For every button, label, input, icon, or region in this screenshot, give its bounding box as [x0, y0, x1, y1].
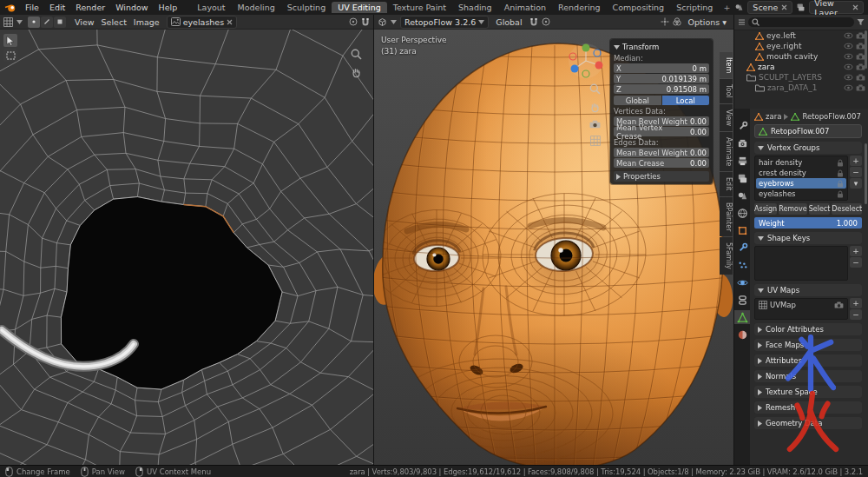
view-layer-selector[interactable]: View Layer	[809, 1, 864, 14]
orientation-selector[interactable]: Global	[492, 17, 525, 27]
vertex-group-hair-density[interactable]: hair density	[756, 157, 846, 168]
panel-face-maps[interactable]: Face Maps	[754, 339, 862, 351]
edge-mean-bevel-weight-field[interactable]: Mean Bevel Weight0.00	[614, 148, 709, 157]
n-panel-tab-tool[interactable]: Tool	[720, 79, 733, 103]
workspace-tab-rendering[interactable]: Rendering	[552, 2, 607, 13]
panel-geometry-data[interactable]: Geometry Data	[754, 417, 862, 429]
uv-menu-select[interactable]: Select	[98, 17, 130, 27]
hide-in-viewport-icon[interactable]	[844, 74, 853, 81]
hide-in-viewport-icon[interactable]	[844, 32, 853, 39]
vertex-group-crest-density[interactable]: crest density	[756, 168, 846, 178]
hide-in-viewport-icon[interactable]	[844, 43, 853, 50]
properties-tab-output[interactable]	[734, 154, 750, 168]
uv-canvas[interactable]	[0, 30, 373, 465]
add-shape-key-button[interactable]: +	[850, 246, 862, 256]
shape-keys-panel-header[interactable]: Shape Keys	[754, 232, 862, 244]
breadcrumb-object[interactable]: zara	[766, 112, 781, 121]
show-gizmo-icon[interactable]	[661, 17, 669, 26]
uv-menu-view[interactable]: View	[71, 17, 98, 27]
overlays-icon[interactable]	[673, 17, 681, 26]
median-z-field[interactable]: Z0.91508 m	[614, 84, 709, 94]
median-y-field[interactable]: Y0.019139 m	[614, 74, 709, 83]
properties-tab-modifiers[interactable]	[734, 241, 750, 255]
outliner-item-zara[interactable]: zara	[734, 62, 868, 72]
workspace-tab-scripting[interactable]: Scripting	[670, 2, 719, 13]
outliner-item-sculpt-layers[interactable]: SCULPT_LAYERS	[734, 72, 868, 83]
uv-zoom-icon[interactable]	[351, 49, 362, 60]
scene-selector[interactable]: Scene	[747, 1, 792, 14]
viewport-options-menu[interactable]: Options ▾	[685, 17, 730, 27]
properties-tab-material[interactable]	[734, 328, 750, 341]
menu-window[interactable]: Window	[110, 2, 153, 13]
vertex-group-eyebrows[interactable]: eyebrows	[756, 178, 846, 189]
lock-icon[interactable]	[837, 169, 844, 177]
vertex-group-specials-button[interactable]: ▾	[850, 178, 862, 189]
remove-view-layer-icon[interactable]	[852, 4, 858, 10]
properties-panel-header[interactable]: Properties	[614, 171, 709, 182]
viewport-zoom-icon[interactable]	[589, 83, 601, 95]
uv-map-uvmap[interactable]: UVMap	[756, 300, 846, 310]
properties-tab-particles[interactable]	[734, 258, 750, 272]
local-button[interactable]: Local	[662, 96, 710, 105]
workspace-tab-shading[interactable]: Shading	[452, 2, 498, 13]
uv-snap-magnet-icon[interactable]	[361, 17, 370, 27]
viewport-ortho-grid-icon[interactable]	[590, 136, 601, 146]
remove-uv-map-button[interactable]: −	[850, 309, 862, 320]
outliner-scrollbar[interactable]	[865, 30, 867, 69]
viewport-editor-type-icon[interactable]	[378, 17, 387, 27]
assign-button[interactable]: Assign	[754, 203, 777, 215]
uv-face-select-button[interactable]	[54, 17, 66, 28]
panel-normals[interactable]: Normals	[754, 370, 862, 382]
outliner-filter-icon[interactable]	[857, 18, 865, 26]
workspace-tab-animation[interactable]: Animation	[498, 2, 552, 13]
snap-magnet-icon[interactable]	[529, 17, 538, 27]
workspace-tab-modeling[interactable]: Modeling	[232, 2, 281, 13]
uv-maps-panel-header[interactable]: UV Maps	[754, 284, 862, 296]
hide-in-viewport-icon[interactable]	[844, 63, 853, 70]
n-panel-tab-animate[interactable]: Animate	[720, 132, 733, 172]
properties-tab-scene[interactable]	[734, 189, 750, 202]
n-panel-tab-view[interactable]: View	[720, 104, 733, 131]
mesh-name-field[interactable]: RetopoFlow.007	[754, 124, 862, 138]
properties-scrollbar[interactable]	[865, 143, 867, 204]
median-x-field[interactable]: X0 m	[614, 63, 709, 73]
select-button[interactable]: Select	[809, 203, 831, 215]
transform-panel-header[interactable]: Transform	[614, 42, 709, 52]
uv-pan-hand-icon[interactable]	[351, 67, 362, 78]
vertex-group-eyelashes[interactable]: eyelashes	[756, 189, 846, 199]
deselect-button[interactable]: Deselect	[832, 203, 862, 215]
n-panel-tab-item[interactable]: Item	[720, 52, 733, 78]
active-render-icon[interactable]	[834, 301, 844, 308]
proportional-editing-icon[interactable]	[542, 17, 550, 26]
disable-in-render-icon[interactable]	[856, 84, 865, 91]
workspace-tab-uv-editing[interactable]: UV Editing	[332, 2, 387, 13]
uv-tweak-tool-button[interactable]	[3, 34, 17, 47]
lock-icon[interactable]	[837, 159, 844, 167]
weight-slider[interactable]: Weight 1.000	[754, 217, 862, 229]
panel-color-attributes[interactable]: Color Attributes	[754, 323, 862, 335]
outliner-item-eye-left[interactable]: eye.left	[734, 30, 868, 41]
properties-tab-object-data[interactable]	[734, 310, 750, 324]
blender-logo-icon[interactable]	[4, 3, 16, 13]
outliner-search-input[interactable]	[748, 17, 854, 27]
image-selector[interactable]: eyelashes	[167, 16, 238, 29]
remove-shape-key-button[interactable]: −	[850, 257, 862, 268]
properties-tab-object[interactable]	[734, 223, 750, 237]
add-uv-map-button[interactable]: +	[850, 298, 862, 308]
disable-in-render-icon[interactable]	[856, 74, 865, 81]
uv-editor-type-icon[interactable]	[3, 17, 13, 27]
vertex-groups-panel-header[interactable]: Vertex Groups	[754, 142, 862, 154]
viewport-camera-icon[interactable]	[589, 120, 601, 129]
workspace-tab-compositing[interactable]: Compositing	[607, 2, 671, 13]
editor-type-chevron-icon[interactable]	[16, 20, 23, 24]
remove-button[interactable]: Remove	[779, 203, 806, 215]
menu-edit[interactable]: Edit	[44, 2, 70, 13]
panel-attributes[interactable]: Attributes	[754, 354, 862, 367]
workspace-tab-layout[interactable]: Layout	[191, 2, 231, 13]
menu-render[interactable]: Render	[70, 2, 110, 13]
global-button[interactable]: Global	[614, 96, 661, 105]
add-vertex-group-button[interactable]: +	[850, 156, 862, 166]
outliner-item-zara-data-1[interactable]: zara_DATA_1	[734, 83, 868, 93]
uv-menu-image[interactable]: Image	[130, 17, 163, 27]
menu-help[interactable]: Help	[154, 2, 183, 13]
